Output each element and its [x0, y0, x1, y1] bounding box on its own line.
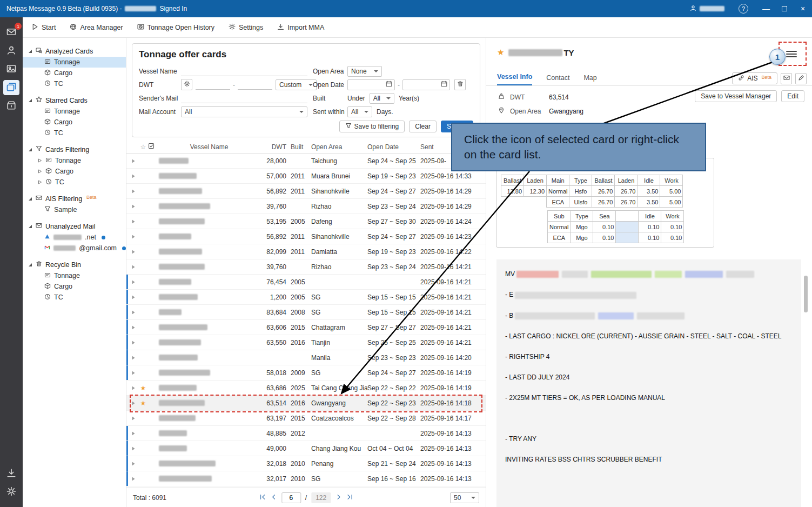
row-expander-icon[interactable] — [129, 416, 138, 421]
table-row[interactable]: 76,45420052025-09-16 14:21 — [126, 275, 486, 290]
sidebar-item-mail-account[interactable]: .net — [23, 232, 126, 243]
maximize-button[interactable] — [775, 0, 794, 17]
row-expander-icon[interactable] — [129, 234, 138, 239]
row-expander-icon[interactable] — [129, 431, 138, 436]
prev-page-button[interactable] — [270, 493, 277, 502]
shipments-nav-button[interactable] — [3, 98, 19, 114]
last-page-button[interactable] — [346, 493, 353, 502]
table-row[interactable]: 63,1972015CoatzacoalcosSep 22 ~ Sep 2820… — [126, 411, 486, 426]
save-to-vessel-manager-button[interactable]: Save to Vessel Manager — [695, 90, 777, 102]
row-expander-icon[interactable] — [129, 174, 138, 179]
toolbar-tonnage-open-history[interactable]: Tonnage Open History — [137, 23, 214, 32]
sidebar-item-cargo[interactable]: Cargo — [23, 281, 126, 292]
row-expander-icon[interactable] — [129, 279, 138, 285]
contacts-nav-button[interactable] — [3, 43, 19, 58]
first-page-button[interactable] — [259, 493, 266, 502]
dwt-min-input[interactable] — [196, 80, 230, 90]
sidebar-group-cards-filtering[interactable]: Cards Filtering — [23, 144, 126, 155]
row-expander-icon[interactable] — [129, 264, 138, 270]
dwt-settings-button[interactable] — [181, 79, 192, 90]
sidebar-group-unanalyzed-mail[interactable]: Unanalyzed Mail — [23, 221, 126, 232]
vessel-name-column-header[interactable]: Vessel Name — [159, 143, 259, 151]
open-date-from-input[interactable] — [347, 79, 395, 90]
row-expander-icon[interactable] — [129, 204, 138, 209]
ais-button[interactable]: AISBeta — [732, 72, 777, 84]
built-column-header[interactable]: Built — [291, 143, 311, 151]
sidebar-item-tonnage[interactable]: Tonnage — [23, 106, 126, 117]
favorite-star-icon[interactable]: ★ — [497, 48, 504, 57]
tab-contact[interactable]: Contact — [546, 74, 569, 85]
collapsed-marker-icon[interactable] — [38, 168, 42, 175]
table-row[interactable]: 83,6842008SGSep 15 ~ Sep 152025-09-16 14… — [126, 305, 486, 320]
row-expander-icon[interactable] — [129, 325, 138, 330]
table-row[interactable]: ManilaSep 23 ~ Sep 232025-09-16 14:20 — [126, 350, 486, 365]
dwt-preset-select[interactable]: Custom — [276, 79, 317, 90]
table-row[interactable]: 32,0182010PenangSep 21 ~ Sep 242025-09-1… — [126, 456, 486, 471]
toolbar-settings[interactable]: Settings — [229, 23, 263, 32]
built-select[interactable]: All — [370, 93, 394, 104]
open-date-column-header[interactable]: Open Date — [367, 143, 420, 151]
row-expander-icon[interactable] — [129, 219, 138, 224]
next-page-button[interactable] — [335, 493, 342, 502]
sidebar-item-sample[interactable]: Sample — [23, 204, 126, 215]
toolbar-start[interactable]: Start — [31, 23, 56, 32]
row-expander-icon[interactable] — [129, 476, 138, 482]
collapsed-marker-icon[interactable] — [38, 178, 42, 186]
table-row[interactable]: 39,760RizhaoSep 23 ~ Sep 242025-09-16 14… — [126, 199, 486, 214]
mail-account-select[interactable]: All — [181, 106, 307, 117]
row-expander-icon[interactable] — [129, 370, 138, 376]
table-row[interactable]: 56,8922011SihanohkvilleSep 24 ~ Sep 2720… — [126, 184, 486, 199]
dwt-max-input[interactable] — [238, 80, 272, 90]
row-expander-icon[interactable] — [129, 461, 138, 466]
account-menu[interactable] — [685, 5, 730, 13]
open-area-select[interactable]: None — [347, 66, 382, 77]
sidebar-item-tc[interactable]: TC — [23, 292, 126, 303]
edit-button[interactable]: Edit — [781, 90, 804, 102]
table-row[interactable]: 49,000Chang Jiang KouOct 04 ~ Oct 042025… — [126, 441, 486, 456]
table-row[interactable]: 28,000TaichungSep 24 ~ Sep 252025-09- — [126, 154, 486, 169]
row-expander-icon[interactable] — [129, 355, 138, 361]
sidebar-item-tonnage[interactable]: Tonnage — [23, 270, 126, 281]
close-button[interactable]: × — [794, 0, 812, 17]
table-row[interactable]: 39,760RizhaoSep 23 ~ Sep 242025-09-16 14… — [126, 259, 486, 275]
open-date-to-input[interactable] — [402, 79, 450, 90]
page-input[interactable] — [281, 492, 301, 503]
sidebar-item-tc[interactable]: TC — [23, 177, 126, 188]
table-row[interactable]: 56,8922011SihanohkvilleSep 24 ~ Sep 2720… — [126, 229, 486, 244]
clear-button[interactable]: Clear — [409, 121, 437, 132]
row-expander-icon[interactable] — [129, 385, 138, 391]
table-row[interactable]: 53,1952005DafengSep 27 ~ Sep 302025-09-1… — [126, 214, 486, 229]
mail-nav-button[interactable]: 1 — [3, 25, 19, 40]
download-button[interactable] — [3, 466, 19, 481]
row-expander-icon[interactable] — [129, 446, 138, 451]
open-area-column-header[interactable]: Open Area — [311, 143, 367, 151]
dwt-column-header[interactable]: DWT — [259, 143, 291, 151]
save-to-filtering-button[interactable]: Save to filtering — [339, 121, 405, 132]
sidebar-item-tc[interactable]: TC — [23, 128, 126, 138]
senders-mail-input[interactable] — [181, 94, 307, 103]
sidebar-group-recycle-bin[interactable]: Recycle Bin — [23, 259, 126, 270]
table-row[interactable]: 1,2002005SGSep 15 ~ Sep 152025-09-16 14:… — [126, 290, 486, 305]
sent-within-select[interactable]: All — [347, 106, 372, 117]
gallery-nav-button[interactable] — [3, 62, 19, 77]
help-button[interactable]: ? — [739, 4, 748, 14]
table-row[interactable]: 48,88520122025-09-16 14:13 — [126, 426, 486, 441]
table-row[interactable]: ★63,6862025Tai Cang Chang Jia...Sep 22 ~… — [126, 381, 486, 396]
mail-icon-button[interactable] — [781, 73, 792, 84]
table-row[interactable]: 32,0172010SGSep 16 ~ Sep 162025-09-16 14… — [126, 471, 486, 486]
row-expander-icon[interactable] — [129, 249, 138, 255]
toolbar-import-mma[interactable]: Import MMA — [277, 23, 324, 32]
sidebar-item-cargo[interactable]: Cargo — [23, 117, 126, 128]
cards-nav-button[interactable] — [3, 80, 19, 95]
collapsed-marker-icon[interactable] — [38, 157, 42, 164]
sidebar-item-tonnage[interactable]: Tonnage — [23, 155, 126, 166]
row-expander-icon[interactable] — [129, 310, 138, 315]
table-row[interactable]: 63,5502016TianjinSep 25 ~ Sep 252025-09-… — [126, 335, 486, 350]
settings-rail-button[interactable] — [3, 484, 19, 499]
sidebar-item-tc[interactable]: TC — [23, 78, 126, 89]
table-row[interactable]: 63,6062015ChattagramSep 27 ~ Sep 272025-… — [126, 320, 486, 335]
row-expander-icon[interactable] — [129, 189, 138, 194]
edit-icon-button[interactable] — [795, 73, 807, 84]
sidebar-group-analyzed-cards[interactable]: Analyzed Cards — [23, 45, 126, 57]
sidebar-item-cargo[interactable]: Cargo — [23, 166, 126, 177]
